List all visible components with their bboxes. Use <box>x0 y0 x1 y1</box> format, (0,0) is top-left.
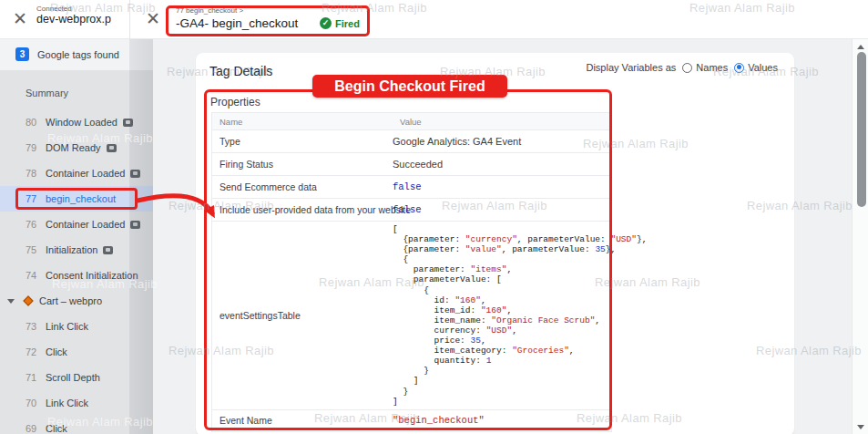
sidebar-event-container-loaded[interactable]: 78Container Loaded <box>0 160 153 186</box>
sidebar-event-click[interactable]: 69Click <box>0 416 153 434</box>
sidebar-event-link-click[interactable]: 70Link Click <box>0 390 153 416</box>
google-tags-found-bar[interactable]: 3 Google tags found <box>0 39 153 70</box>
scrollbar-thumb[interactable] <box>857 52 866 207</box>
sidebar-container-cart-webpro[interactable]: Cart – webpro <box>0 288 153 314</box>
code-line: {parameter: "currency", parameterValue: … <box>393 234 647 244</box>
card-title: Tag Details <box>209 64 272 78</box>
tag-details-card: Tag Details Display Variables as Names V… <box>196 53 794 434</box>
tag-count-badge-icon <box>103 246 113 254</box>
property-value: false <box>393 199 611 221</box>
code-line: item_id: "160", <box>393 305 647 315</box>
code-line: parameter: "items", <box>393 264 647 274</box>
code-line: item_name: "Organic Face Scrub", <box>393 315 647 326</box>
tag-count-badge-icon <box>107 144 117 152</box>
summary-sidebar: Summary 80Window Loaded79DOM Ready78Cont… <box>0 70 153 434</box>
code-line: { <box>393 254 647 264</box>
property-value: false <box>393 176 611 198</box>
code-line: {parameter: "value", parameterValue: 35}… <box>393 244 647 254</box>
scroll-up-arrow-icon[interactable] <box>857 45 864 49</box>
sidebar-event-link-click[interactable]: 73Link Click <box>0 314 153 339</box>
event-label: begin_checkout <box>46 193 116 204</box>
tag-count-badge-icon <box>130 221 140 229</box>
code-line: parameterValue: [ <box>393 274 647 284</box>
property-name: Include user-provided data from your web… <box>212 199 393 221</box>
sidebar-event-begin-checkout[interactable]: 77begin_checkout <box>0 186 153 212</box>
event-label: Click <box>46 346 67 357</box>
property-row-eventsettingstable: eventSettingsTable[ {parameter: "currenc… <box>212 222 611 410</box>
sidebar-event-scroll-depth[interactable]: 71Scroll Depth <box>0 365 153 390</box>
collapse-arrow-icon[interactable] <box>7 299 15 304</box>
tags-count-badge: 3 <box>15 47 29 61</box>
event-label: Link Click <box>46 398 88 408</box>
event-label: Container Loaded <box>46 168 125 179</box>
close-connection-icon[interactable]: ✕ <box>13 11 27 26</box>
radio-names-icon[interactable] <box>682 63 692 73</box>
properties-section-label: Properties <box>210 96 260 108</box>
tag-count-badge-icon <box>130 170 140 178</box>
tags-found-label: Google tags found <box>37 49 119 60</box>
code-line: id: "160", <box>393 295 647 305</box>
sidebar-event-container-loaded[interactable]: 76Container Loaded <box>0 212 153 237</box>
sidebar-event-click[interactable]: 72Click <box>0 339 153 365</box>
event-label: Scroll Depth <box>46 372 100 383</box>
event-number: 71 <box>26 372 46 383</box>
property-name: Event Name <box>212 410 393 431</box>
sidebar-event-consent-initialization[interactable]: 74Consent Initialization <box>0 263 153 288</box>
code-line: price: 35, <box>393 336 647 346</box>
display-variables-label: Display Variables as <box>586 62 676 73</box>
event-label: Container Loaded <box>46 219 125 230</box>
sidebar-event-initialization[interactable]: 75Initialization <box>0 237 153 263</box>
connection-domain: dev-webprox.p <box>36 13 128 26</box>
event-label: Window Loaded <box>46 117 117 128</box>
properties-table-header: Name Value <box>212 113 611 130</box>
code-line: quantity: 1 <box>393 356 647 366</box>
event-number: 79 <box>26 142 46 153</box>
property-row-firing-status: Firing StatusSucceeded <box>212 153 611 176</box>
code-line: } <box>393 366 647 376</box>
code-line: currency: "USD", <box>393 326 647 336</box>
property-row-send-ecommerce-data: Send Ecommerce datafalse <box>212 176 611 199</box>
column-header-value: Value <box>393 117 611 127</box>
event-list: 80Window Loaded79DOM Ready78Container Lo… <box>0 109 153 434</box>
event-number: 72 <box>26 346 46 357</box>
container-label: Cart – webpro <box>39 295 102 306</box>
property-value: Succeeded <box>393 153 611 175</box>
property-value: "begin_checkout" <box>393 410 611 431</box>
tag-count-badge-icon <box>123 119 133 127</box>
property-row-include-user-provided-data-from-your-website: Include user-provided data from your web… <box>212 199 611 222</box>
radio-values-label: Values <box>748 62 778 73</box>
container-diamond-icon <box>23 295 33 305</box>
sidebar-event-window-loaded[interactable]: 80Window Loaded <box>0 109 153 135</box>
event-number: 75 <box>26 244 46 255</box>
event-label: Link Click <box>46 321 88 332</box>
radio-values[interactable]: Values <box>734 62 778 73</box>
event-number: 69 <box>26 423 46 434</box>
title-annotation-box <box>166 5 370 36</box>
event-number: 73 <box>26 321 46 332</box>
sidebar-event-dom-ready[interactable]: 79DOM Ready <box>0 135 153 160</box>
event-number: 70 <box>26 398 46 408</box>
properties-table: Name Value TypeGoogle Analytics: GA4 Eve… <box>211 112 612 432</box>
event-number: 74 <box>26 270 46 281</box>
property-row-type: TypeGoogle Analytics: GA4 Event <box>212 130 611 153</box>
tag-assistant-window: ✕ Connected dev-webprox.p ✕ 77 begin_che… <box>0 0 868 434</box>
scroll-down-arrow-icon[interactable] <box>857 425 864 429</box>
event-label: Click <box>46 423 67 434</box>
close-tag-details-icon[interactable]: ✕ <box>146 11 160 26</box>
code-line: [ <box>393 224 647 234</box>
property-name: Type <box>212 130 393 152</box>
property-row-event-name: Event Name"begin_checkout" <box>212 410 611 432</box>
property-value: Google Analytics: GA4 Event <box>393 130 611 152</box>
radio-names[interactable]: Names <box>682 62 728 73</box>
event-number: 78 <box>26 168 46 179</box>
radio-values-icon[interactable] <box>734 63 744 73</box>
topbar-divider <box>129 0 130 39</box>
code-line: item_category: "Groceries", <box>393 346 647 356</box>
radio-names-label: Names <box>696 62 728 73</box>
property-name: Send Ecommerce data <box>212 176 393 198</box>
column-header-name: Name <box>212 117 393 127</box>
code-line: ] <box>393 397 647 407</box>
property-name: eventSettingsTable <box>212 222 393 409</box>
connection-status-label: Connected <box>36 5 128 13</box>
scrollbar[interactable] <box>852 39 868 434</box>
